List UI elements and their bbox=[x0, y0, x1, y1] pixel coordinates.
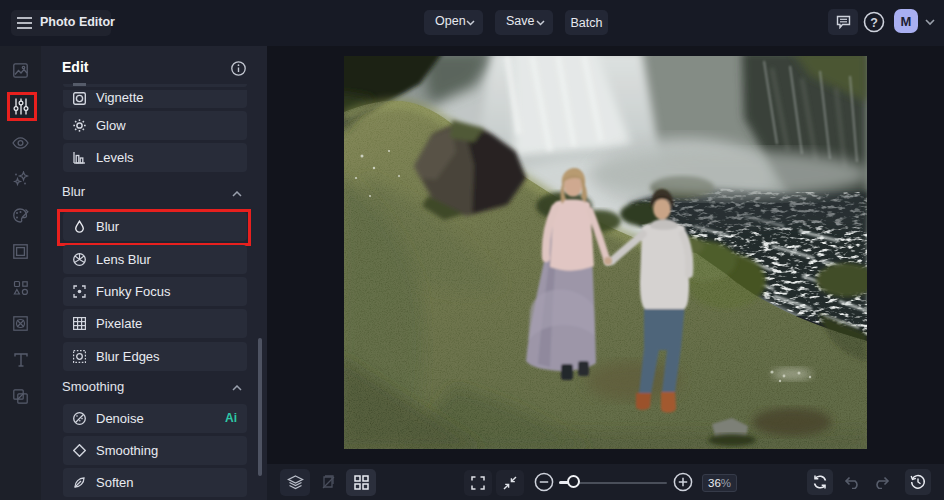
svg-text:?: ? bbox=[870, 16, 878, 30]
